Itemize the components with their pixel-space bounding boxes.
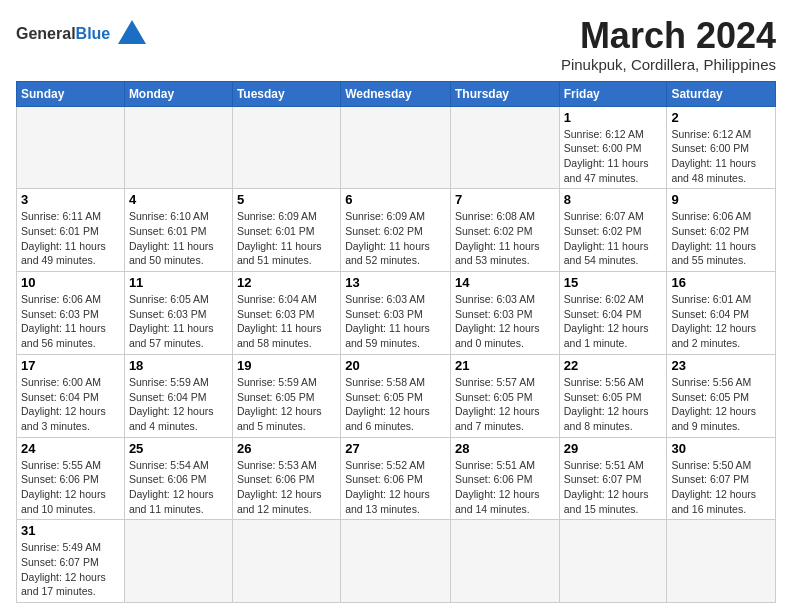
day-info: Sunrise: 5:54 AM Sunset: 6:06 PM Dayligh… bbox=[129, 458, 228, 517]
day-number: 15 bbox=[564, 275, 663, 290]
day-number: 30 bbox=[671, 441, 771, 456]
calendar-cell: 19Sunrise: 5:59 AM Sunset: 6:05 PM Dayli… bbox=[232, 354, 340, 437]
day-number: 31 bbox=[21, 523, 120, 538]
day-info: Sunrise: 6:01 AM Sunset: 6:04 PM Dayligh… bbox=[671, 292, 771, 351]
day-info: Sunrise: 6:08 AM Sunset: 6:02 PM Dayligh… bbox=[455, 209, 555, 268]
day-info: Sunrise: 6:06 AM Sunset: 6:03 PM Dayligh… bbox=[21, 292, 120, 351]
day-info: Sunrise: 5:51 AM Sunset: 6:07 PM Dayligh… bbox=[564, 458, 663, 517]
calendar-table: SundayMondayTuesdayWednesdayThursdayFrid… bbox=[16, 81, 776, 604]
day-number: 14 bbox=[455, 275, 555, 290]
day-number: 28 bbox=[455, 441, 555, 456]
calendar-cell bbox=[667, 520, 776, 603]
day-info: Sunrise: 6:11 AM Sunset: 6:01 PM Dayligh… bbox=[21, 209, 120, 268]
day-number: 7 bbox=[455, 192, 555, 207]
calendar-cell: 30Sunrise: 5:50 AM Sunset: 6:07 PM Dayli… bbox=[667, 437, 776, 520]
day-number: 9 bbox=[671, 192, 771, 207]
calendar-week-row: 3Sunrise: 6:11 AM Sunset: 6:01 PM Daylig… bbox=[17, 189, 776, 272]
calendar-cell: 8Sunrise: 6:07 AM Sunset: 6:02 PM Daylig… bbox=[559, 189, 667, 272]
calendar-cell: 5Sunrise: 6:09 AM Sunset: 6:01 PM Daylig… bbox=[232, 189, 340, 272]
weekday-header-friday: Friday bbox=[559, 81, 667, 106]
calendar-cell: 27Sunrise: 5:52 AM Sunset: 6:06 PM Dayli… bbox=[341, 437, 451, 520]
calendar-cell bbox=[232, 520, 340, 603]
calendar-cell: 12Sunrise: 6:04 AM Sunset: 6:03 PM Dayli… bbox=[232, 272, 340, 355]
weekday-header-saturday: Saturday bbox=[667, 81, 776, 106]
calendar-cell bbox=[17, 106, 125, 189]
day-info: Sunrise: 5:53 AM Sunset: 6:06 PM Dayligh… bbox=[237, 458, 336, 517]
weekday-header-sunday: Sunday bbox=[17, 81, 125, 106]
calendar-cell: 7Sunrise: 6:08 AM Sunset: 6:02 PM Daylig… bbox=[450, 189, 559, 272]
day-number: 17 bbox=[21, 358, 120, 373]
calendar-week-row: 24Sunrise: 5:55 AM Sunset: 6:06 PM Dayli… bbox=[17, 437, 776, 520]
day-number: 29 bbox=[564, 441, 663, 456]
calendar-week-row: 10Sunrise: 6:06 AM Sunset: 6:03 PM Dayli… bbox=[17, 272, 776, 355]
day-number: 27 bbox=[345, 441, 446, 456]
day-info: Sunrise: 5:59 AM Sunset: 6:05 PM Dayligh… bbox=[237, 375, 336, 434]
day-info: Sunrise: 6:06 AM Sunset: 6:02 PM Dayligh… bbox=[671, 209, 771, 268]
calendar-cell: 29Sunrise: 5:51 AM Sunset: 6:07 PM Dayli… bbox=[559, 437, 667, 520]
calendar-cell bbox=[341, 106, 451, 189]
day-number: 4 bbox=[129, 192, 228, 207]
day-info: Sunrise: 5:50 AM Sunset: 6:07 PM Dayligh… bbox=[671, 458, 771, 517]
calendar-cell: 28Sunrise: 5:51 AM Sunset: 6:06 PM Dayli… bbox=[450, 437, 559, 520]
calendar-cell: 22Sunrise: 5:56 AM Sunset: 6:05 PM Dayli… bbox=[559, 354, 667, 437]
day-info: Sunrise: 5:57 AM Sunset: 6:05 PM Dayligh… bbox=[455, 375, 555, 434]
calendar-cell: 1Sunrise: 6:12 AM Sunset: 6:00 PM Daylig… bbox=[559, 106, 667, 189]
calendar-title: March 2024 bbox=[561, 16, 776, 56]
calendar-cell: 14Sunrise: 6:03 AM Sunset: 6:03 PM Dayli… bbox=[450, 272, 559, 355]
day-number: 26 bbox=[237, 441, 336, 456]
day-info: Sunrise: 6:12 AM Sunset: 6:00 PM Dayligh… bbox=[671, 127, 771, 186]
day-info: Sunrise: 6:10 AM Sunset: 6:01 PM Dayligh… bbox=[129, 209, 228, 268]
day-info: Sunrise: 6:05 AM Sunset: 6:03 PM Dayligh… bbox=[129, 292, 228, 351]
day-info: Sunrise: 6:04 AM Sunset: 6:03 PM Dayligh… bbox=[237, 292, 336, 351]
logo: GeneralBlue bbox=[16, 16, 150, 52]
weekday-header-tuesday: Tuesday bbox=[232, 81, 340, 106]
calendar-cell: 9Sunrise: 6:06 AM Sunset: 6:02 PM Daylig… bbox=[667, 189, 776, 272]
day-number: 6 bbox=[345, 192, 446, 207]
calendar-cell: 13Sunrise: 6:03 AM Sunset: 6:03 PM Dayli… bbox=[341, 272, 451, 355]
calendar-cell: 2Sunrise: 6:12 AM Sunset: 6:00 PM Daylig… bbox=[667, 106, 776, 189]
day-number: 25 bbox=[129, 441, 228, 456]
calendar-cell: 15Sunrise: 6:02 AM Sunset: 6:04 PM Dayli… bbox=[559, 272, 667, 355]
calendar-cell: 18Sunrise: 5:59 AM Sunset: 6:04 PM Dayli… bbox=[124, 354, 232, 437]
day-info: Sunrise: 5:52 AM Sunset: 6:06 PM Dayligh… bbox=[345, 458, 446, 517]
calendar-cell: 16Sunrise: 6:01 AM Sunset: 6:04 PM Dayli… bbox=[667, 272, 776, 355]
calendar-cell: 25Sunrise: 5:54 AM Sunset: 6:06 PM Dayli… bbox=[124, 437, 232, 520]
weekday-header-thursday: Thursday bbox=[450, 81, 559, 106]
calendar-cell bbox=[124, 520, 232, 603]
weekday-header-monday: Monday bbox=[124, 81, 232, 106]
calendar-subtitle: Pinukpuk, Cordillera, Philippines bbox=[561, 56, 776, 73]
calendar-cell: 24Sunrise: 5:55 AM Sunset: 6:06 PM Dayli… bbox=[17, 437, 125, 520]
day-info: Sunrise: 5:56 AM Sunset: 6:05 PM Dayligh… bbox=[671, 375, 771, 434]
calendar-cell: 26Sunrise: 5:53 AM Sunset: 6:06 PM Dayli… bbox=[232, 437, 340, 520]
day-number: 5 bbox=[237, 192, 336, 207]
page-header: GeneralBlue March 2024 Pinukpuk, Cordill… bbox=[16, 16, 776, 73]
day-number: 18 bbox=[129, 358, 228, 373]
day-number: 10 bbox=[21, 275, 120, 290]
day-info: Sunrise: 5:58 AM Sunset: 6:05 PM Dayligh… bbox=[345, 375, 446, 434]
day-info: Sunrise: 5:59 AM Sunset: 6:04 PM Dayligh… bbox=[129, 375, 228, 434]
day-info: Sunrise: 6:09 AM Sunset: 6:01 PM Dayligh… bbox=[237, 209, 336, 268]
day-number: 21 bbox=[455, 358, 555, 373]
calendar-cell: 23Sunrise: 5:56 AM Sunset: 6:05 PM Dayli… bbox=[667, 354, 776, 437]
calendar-cell bbox=[124, 106, 232, 189]
calendar-cell: 10Sunrise: 6:06 AM Sunset: 6:03 PM Dayli… bbox=[17, 272, 125, 355]
day-info: Sunrise: 5:56 AM Sunset: 6:05 PM Dayligh… bbox=[564, 375, 663, 434]
day-number: 19 bbox=[237, 358, 336, 373]
weekday-header-row: SundayMondayTuesdayWednesdayThursdayFrid… bbox=[17, 81, 776, 106]
calendar-cell bbox=[232, 106, 340, 189]
logo-icon bbox=[114, 16, 150, 52]
calendar-cell: 3Sunrise: 6:11 AM Sunset: 6:01 PM Daylig… bbox=[17, 189, 125, 272]
day-info: Sunrise: 6:02 AM Sunset: 6:04 PM Dayligh… bbox=[564, 292, 663, 351]
calendar-cell bbox=[450, 520, 559, 603]
day-info: Sunrise: 6:09 AM Sunset: 6:02 PM Dayligh… bbox=[345, 209, 446, 268]
logo-blue: Blue bbox=[76, 25, 111, 42]
day-number: 3 bbox=[21, 192, 120, 207]
svg-marker-0 bbox=[118, 20, 146, 44]
day-number: 16 bbox=[671, 275, 771, 290]
logo-text: GeneralBlue bbox=[16, 25, 110, 43]
calendar-cell: 6Sunrise: 6:09 AM Sunset: 6:02 PM Daylig… bbox=[341, 189, 451, 272]
calendar-cell bbox=[450, 106, 559, 189]
day-info: Sunrise: 5:55 AM Sunset: 6:06 PM Dayligh… bbox=[21, 458, 120, 517]
day-number: 22 bbox=[564, 358, 663, 373]
day-number: 12 bbox=[237, 275, 336, 290]
